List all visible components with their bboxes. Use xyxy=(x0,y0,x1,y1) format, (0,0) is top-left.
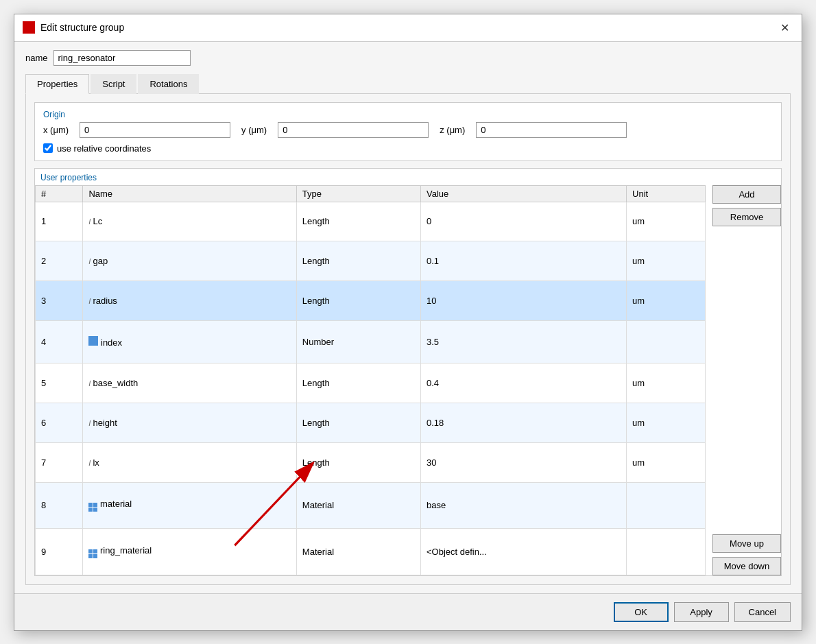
lt-icon: l xyxy=(88,257,90,265)
dialog-title: Edit structure group xyxy=(40,22,124,33)
remove-button[interactable]: Remove xyxy=(712,208,781,226)
row-name: material xyxy=(83,482,296,528)
row-unit: um xyxy=(627,202,706,241)
action-buttons: Add Remove Move up Move down xyxy=(712,185,781,575)
table-row[interactable]: 6 l height Length 0.18 um xyxy=(36,403,706,443)
row-type: Length xyxy=(296,241,420,281)
row-value: <Object defin... xyxy=(420,529,626,575)
row-type: Number xyxy=(296,320,420,363)
row-type: Material xyxy=(296,529,420,575)
move-down-button[interactable]: Move down xyxy=(712,557,781,575)
relative-checkbox[interactable] xyxy=(43,143,53,153)
row-type: Length xyxy=(296,403,420,443)
row-type: Length xyxy=(296,281,420,321)
lt-icon: l xyxy=(88,297,90,305)
row-name: l gap xyxy=(83,241,296,281)
row-num: 7 xyxy=(36,442,83,482)
tab-rotations[interactable]: Rotations xyxy=(138,74,199,94)
x-input[interactable] xyxy=(80,122,230,138)
apply-button[interactable]: Apply xyxy=(674,602,729,622)
app-icon xyxy=(23,21,35,34)
table-area: # Name Type Value Unit 1 xyxy=(35,185,706,575)
row-unit: um xyxy=(627,442,706,482)
row-num: 6 xyxy=(36,403,83,443)
user-props-section: User properties # Name Type Value xyxy=(34,168,782,576)
row-type: Material xyxy=(296,482,420,528)
tab-properties[interactable]: Properties xyxy=(25,74,89,94)
sq-icon xyxy=(88,336,98,346)
row-num: 8 xyxy=(36,482,83,528)
grid-icon xyxy=(88,549,97,558)
grid-icon xyxy=(88,503,97,512)
y-input[interactable] xyxy=(278,122,429,138)
cancel-button[interactable]: Cancel xyxy=(734,602,791,622)
table-head: # Name Type Value Unit xyxy=(36,185,706,202)
row-name: l height xyxy=(83,403,296,443)
origin-section: Origin x (μm) y (μm) z (μm) use relative… xyxy=(34,102,782,161)
lt-icon: l xyxy=(88,217,90,226)
row-unit xyxy=(627,529,706,575)
row-unit: um xyxy=(627,281,706,321)
col-name: Name xyxy=(83,185,296,202)
row-unit xyxy=(627,320,706,363)
content-area: # Name Type Value Unit 1 xyxy=(35,185,781,575)
add-button[interactable]: Add xyxy=(712,185,781,204)
row-unit xyxy=(627,482,706,528)
dialog-footer: OK Apply Cancel xyxy=(14,593,802,630)
table-row[interactable]: 1 l Lc Length 0 um xyxy=(36,202,706,241)
lt-icon: l xyxy=(88,379,90,387)
z-input[interactable] xyxy=(476,122,627,138)
name-label: name xyxy=(25,53,48,63)
table-row[interactable]: 7 l lx Length 30 um xyxy=(36,442,706,482)
row-value: base xyxy=(420,482,626,528)
edit-structure-group-dialog: Edit structure group ✕ name Properties S… xyxy=(14,14,802,631)
row-num: 1 xyxy=(36,202,83,241)
lt-icon: l xyxy=(88,419,90,427)
row-name: l lx xyxy=(83,442,296,482)
col-num: # xyxy=(36,185,83,202)
table-row[interactable]: 8 material xyxy=(36,482,706,528)
row-value: 3.5 xyxy=(420,320,626,363)
y-label: y (μm) xyxy=(241,125,267,135)
close-button[interactable]: ✕ xyxy=(776,20,793,36)
col-value: Value xyxy=(420,185,626,202)
row-value: 0.4 xyxy=(420,363,626,403)
tab-script[interactable]: Script xyxy=(91,74,136,94)
svg-rect-1 xyxy=(26,25,32,30)
row-type: Length xyxy=(296,442,420,482)
title-bar-left: Edit structure group xyxy=(23,21,124,34)
relative-label: use relative coordinates xyxy=(57,143,151,154)
name-row: name xyxy=(25,50,791,66)
row-num: 2 xyxy=(36,241,83,281)
dialog-body: name Properties Script Rotations Origin … xyxy=(14,42,802,593)
table-row[interactable]: 9 ring_material xyxy=(36,529,706,575)
tabs: Properties Script Rotations xyxy=(25,74,791,94)
x-label: x (μm) xyxy=(43,125,69,135)
properties-panel: Origin x (μm) y (μm) z (μm) use relative… xyxy=(25,94,791,585)
row-value: 30 xyxy=(420,442,626,482)
ok-button[interactable]: OK xyxy=(614,602,669,622)
row-name: l radius xyxy=(83,281,296,321)
relative-coords-row: use relative coordinates xyxy=(43,143,773,154)
row-num: 4 xyxy=(36,320,83,363)
z-label: z (μm) xyxy=(440,125,465,135)
origin-label: Origin xyxy=(43,110,773,119)
row-value: 0.18 xyxy=(420,403,626,443)
table-row[interactable]: 3 l radius Length 10 um xyxy=(36,281,706,321)
table-row[interactable]: 4 index Number 3.5 xyxy=(36,320,706,363)
row-unit: um xyxy=(627,363,706,403)
row-type: Length xyxy=(296,363,420,403)
col-unit: Unit xyxy=(627,185,706,202)
table-row[interactable]: 2 l gap Length 0.1 um xyxy=(36,241,706,281)
row-num: 3 xyxy=(36,281,83,321)
table-body: 1 l Lc Length 0 um xyxy=(36,202,706,575)
origin-coords-row: x (μm) y (μm) z (μm) xyxy=(43,122,773,138)
row-num: 5 xyxy=(36,363,83,403)
row-num: 9 xyxy=(36,529,83,575)
move-up-button[interactable]: Move up xyxy=(712,534,781,553)
lt-icon: l xyxy=(88,459,90,467)
row-unit: um xyxy=(627,241,706,281)
table-row[interactable]: 5 l base_width Length 0.4 um xyxy=(36,363,706,403)
name-input[interactable] xyxy=(53,50,191,66)
row-value: 0.1 xyxy=(420,241,626,281)
